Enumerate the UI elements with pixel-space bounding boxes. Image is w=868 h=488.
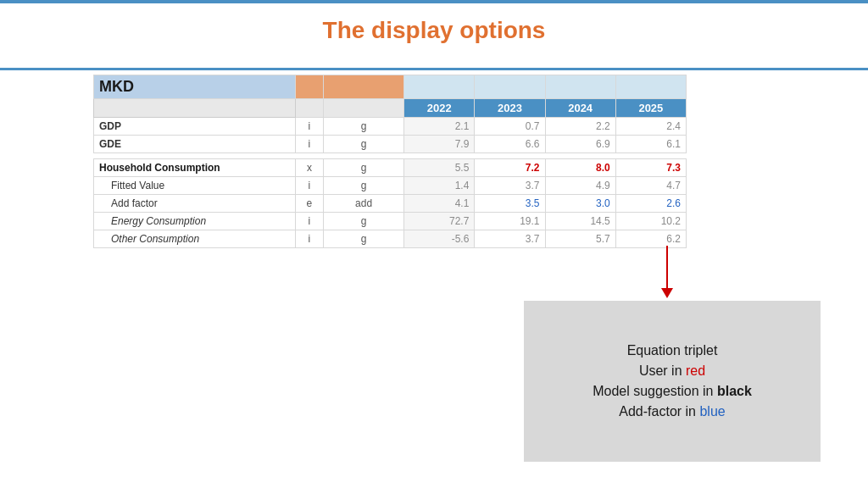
- info-blue-word: blue: [699, 404, 725, 419]
- table-row: Add factor e add 4.1 3.5 3.0 2.6: [94, 195, 687, 213]
- mkd-table: MKD 2022 2023 2024 2025 GDP: [93, 75, 687, 248]
- title-underline: [0, 68, 868, 70]
- mkd-empty-2: [475, 75, 545, 99]
- row-gde-type: i: [295, 136, 323, 153]
- table-row: Energy Consumption i g 72.7 19.1 14.5 10…: [94, 213, 687, 230]
- row-oc-type: i: [295, 230, 323, 248]
- row-oc-label: Other Consumption: [94, 230, 296, 248]
- row-gdp-2024: 2.2: [545, 118, 615, 136]
- spacer-row: [94, 153, 687, 159]
- row-fv-2023: 3.7: [475, 177, 545, 195]
- row-fv-type: i: [295, 177, 323, 195]
- row-gdp-2025: 2.4: [615, 118, 686, 136]
- mkd-empty-4: [615, 75, 686, 99]
- data-table-container: MKD 2022 2023 2024 2025 GDP: [93, 75, 687, 248]
- mkd-orange-1: [295, 75, 323, 99]
- row-hc-label: Household Consumption: [94, 159, 296, 177]
- row-gde-label: GDE: [94, 136, 296, 153]
- row-hc-2022: 5.5: [404, 159, 475, 177]
- row-gde-2023: 6.6: [475, 136, 545, 153]
- page-title: The display options: [0, 17, 868, 44]
- row-fv-mode: g: [324, 177, 404, 195]
- row-oc-2022: -5.6: [404, 230, 475, 248]
- row-hc-2024: 8.0: [545, 159, 615, 177]
- info-box: Equation triplet User in red Model sugge…: [524, 301, 821, 462]
- mkd-empty-3: [545, 75, 615, 99]
- info-black-word: black: [717, 384, 752, 398]
- mkd-empty-1: [404, 75, 475, 99]
- arrow-head: [661, 288, 673, 298]
- info-add-text: Add-factor in: [619, 404, 699, 419]
- row-af-mode: add: [324, 195, 404, 213]
- year-2024-header: 2024: [545, 99, 615, 118]
- row-ec-label: Energy Consumption: [94, 213, 296, 230]
- col-type-header: [295, 99, 323, 118]
- row-gde-mode: g: [324, 136, 404, 153]
- info-line-2: User in red: [639, 363, 705, 379]
- info-red-word: red: [686, 363, 705, 378]
- top-accent-line: [0, 0, 868, 3]
- arrow-line: [666, 246, 668, 288]
- row-gdp-label: GDP: [94, 118, 296, 136]
- row-hc-2025: 7.3: [615, 159, 686, 177]
- row-ec-2022: 72.7: [404, 213, 475, 230]
- row-af-2024: 3.0: [545, 195, 615, 213]
- row-gdp-2023: 0.7: [475, 118, 545, 136]
- row-af-2023: 3.5: [475, 195, 545, 213]
- table-row: GDE i g 7.9 6.6 6.9 6.1: [94, 136, 687, 153]
- row-af-type: e: [295, 195, 323, 213]
- table-row: Fitted Value i g 1.4 3.7 4.9 4.7: [94, 177, 687, 195]
- row-fv-2024: 4.9: [545, 177, 615, 195]
- row-gde-2022: 7.9: [404, 136, 475, 153]
- row-ec-2023: 19.1: [475, 213, 545, 230]
- row-oc-2025: 6.2: [615, 230, 686, 248]
- region-label: MKD: [94, 75, 296, 99]
- row-gde-2025: 6.1: [615, 136, 686, 153]
- row-oc-2024: 5.7: [545, 230, 615, 248]
- row-hc-type: x: [295, 159, 323, 177]
- row-fv-2025: 4.7: [615, 177, 686, 195]
- mkd-orange-2: [324, 75, 404, 99]
- info-line-4: Add-factor in blue: [619, 404, 725, 419]
- row-gdp-type: i: [295, 118, 323, 136]
- year-header-row: 2022 2023 2024 2025: [94, 99, 687, 118]
- row-fv-label: Fitted Value: [94, 177, 296, 195]
- year-2023-header: 2023: [475, 99, 545, 118]
- row-ec-2024: 14.5: [545, 213, 615, 230]
- row-af-2025: 2.6: [615, 195, 686, 213]
- table-row: Household Consumption x g 5.5 7.2 8.0 7.…: [94, 159, 687, 177]
- year-2025-header: 2025: [615, 99, 686, 118]
- year-2022-header: 2022: [404, 99, 475, 118]
- row-fv-2022: 1.4: [404, 177, 475, 195]
- row-gde-2024: 6.9: [545, 136, 615, 153]
- down-arrow: [661, 246, 673, 298]
- info-user-text: User in: [639, 363, 686, 378]
- info-model-text: Model suggestion in: [593, 384, 717, 398]
- table-row: Other Consumption i g -5.6 3.7 5.7 6.2: [94, 230, 687, 248]
- row-hc-mode: g: [324, 159, 404, 177]
- col-mode-header: [324, 99, 404, 118]
- row-oc-2023: 3.7: [475, 230, 545, 248]
- info-line-3: Model suggestion in black: [593, 384, 752, 399]
- info-line-1: Equation triplet: [627, 343, 718, 358]
- mkd-header-row: MKD: [94, 75, 687, 99]
- row-af-2022: 4.1: [404, 195, 475, 213]
- row-af-label: Add factor: [94, 195, 296, 213]
- row-oc-mode: g: [324, 230, 404, 248]
- row-ec-2025: 10.2: [615, 213, 686, 230]
- row-ec-type: i: [295, 213, 323, 230]
- table-row: GDP i g 2.1 0.7 2.2 2.4: [94, 118, 687, 136]
- row-ec-mode: g: [324, 213, 404, 230]
- row-hc-2023: 7.2: [475, 159, 545, 177]
- row-gdp-mode: g: [324, 118, 404, 136]
- row-gdp-2022: 2.1: [404, 118, 475, 136]
